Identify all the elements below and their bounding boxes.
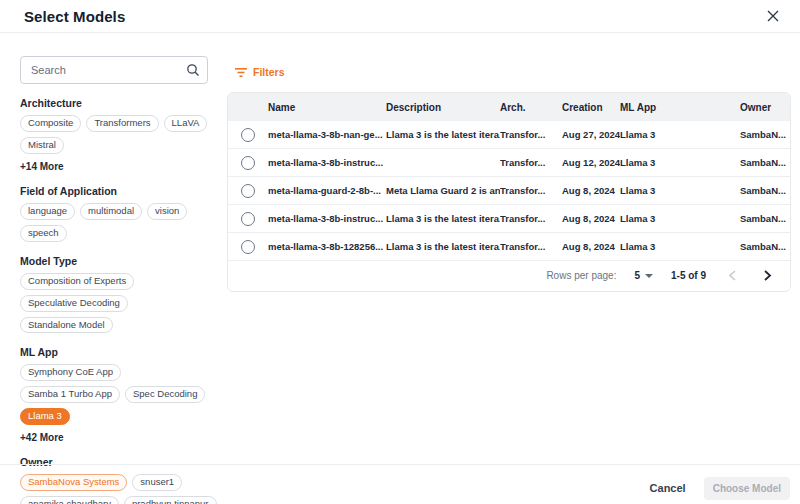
filters-button-label: Filters xyxy=(253,66,285,78)
dialog-header: Select Models xyxy=(0,0,800,33)
filter-chip[interactable]: LLaVA xyxy=(164,115,208,132)
next-page-button[interactable] xyxy=(759,268,776,283)
column-header-creation: Creation xyxy=(562,102,620,113)
column-header-description: Description xyxy=(386,102,500,113)
model-arch: Transfor... xyxy=(500,157,562,168)
filter-chip[interactable]: vision xyxy=(147,203,187,220)
chip-group: Composition of Experts Speculative Decod… xyxy=(20,273,222,334)
filter-chip[interactable]: Speculative Decoding xyxy=(20,295,128,312)
filter-chip[interactable]: language xyxy=(20,203,75,220)
filter-chip[interactable]: anamika.chaudhary xyxy=(20,496,119,504)
filter-chip[interactable]: Symphony CoE App xyxy=(20,364,121,381)
model-name: meta-llama-3-8b-instruc... xyxy=(268,157,386,168)
filters-button[interactable]: Filters xyxy=(231,64,289,80)
model-description: Meta Llama Guard 2 is an ... xyxy=(386,185,500,196)
filter-section-model-type: Model Type Composition of Experts Specul… xyxy=(20,255,222,334)
column-header-arch: Arch. xyxy=(500,102,562,113)
model-arch: Transfor... xyxy=(500,185,562,196)
chip-group: Symphony CoE App Samba 1 Turbo App Spec … xyxy=(20,364,222,425)
search-box xyxy=(20,56,208,84)
model-ml-app: Llama 3 xyxy=(620,129,740,140)
section-title: Owner xyxy=(20,456,222,468)
filter-chip[interactable]: snuser1 xyxy=(132,474,182,491)
model-radio[interactable] xyxy=(241,156,255,170)
model-owner: SambaN... xyxy=(740,157,790,168)
model-radio[interactable] xyxy=(241,240,255,254)
filter-chip-selected[interactable]: Llama 3 xyxy=(20,408,70,425)
table-body: meta-llama-3-8b-nan-ge... Llama 3 is the… xyxy=(228,121,790,261)
table-row[interactable]: meta-llama-3-8b-128256... Llama 3 is the… xyxy=(228,233,790,261)
model-description: Llama 3 is the latest itera... xyxy=(386,129,500,140)
rows-per-page-select[interactable]: 5 xyxy=(634,270,653,281)
model-owner: SambaN... xyxy=(740,241,790,252)
filter-list-icon xyxy=(235,67,248,78)
filter-chip[interactable]: pradhyun.tinnanur xyxy=(124,496,217,504)
model-name: meta-llama-3-8b-instruc... xyxy=(268,213,386,224)
column-header-owner: Owner xyxy=(740,102,790,113)
chevron-left-icon xyxy=(728,270,737,281)
table-pagination: Rows per page: 5 1-5 of 9 xyxy=(228,261,790,290)
column-header-ml-app: ML App xyxy=(620,102,740,113)
model-name: meta-llama-guard-2-8b-... xyxy=(268,185,386,196)
filter-chip[interactable]: Standalone Model xyxy=(20,317,113,334)
filter-section-ml-app: ML App Symphony CoE App Samba 1 Turbo Ap… xyxy=(20,346,222,443)
caret-down-icon xyxy=(645,274,653,278)
table-row[interactable]: meta-llama-3-8b-instruc... Llama 3 is th… xyxy=(228,205,790,233)
model-radio[interactable] xyxy=(241,128,255,142)
filter-chip[interactable]: Spec Decoding xyxy=(125,386,205,403)
model-ml-app: Llama 3 xyxy=(620,157,740,168)
model-creation: Aug 27, 2024 xyxy=(562,129,620,140)
model-creation: Aug 8, 2024 xyxy=(562,185,620,196)
model-radio[interactable] xyxy=(241,212,255,226)
section-title: ML App xyxy=(20,346,222,358)
table-row[interactable]: meta-llama-guard-2-8b-... Meta Llama Gua… xyxy=(228,177,790,205)
filter-chip[interactable]: Samba 1 Turbo App xyxy=(20,386,120,403)
model-owner: SambaN... xyxy=(740,129,790,140)
filter-sidebar: Architecture Composite Transformers LLaV… xyxy=(20,56,222,504)
chip-group: language multimodal vision speech xyxy=(20,203,222,242)
table-row[interactable]: meta-llama-3-8b-instruc... Transfor... A… xyxy=(228,149,790,177)
cancel-button[interactable]: Cancel xyxy=(638,476,698,500)
model-owner: SambaN... xyxy=(740,185,790,196)
filter-chip[interactable]: multimodal xyxy=(80,203,142,220)
model-name: meta-llama-3-8b-nan-ge... xyxy=(268,129,386,140)
chevron-right-icon xyxy=(763,270,772,281)
chip-group: Composite Transformers LLaVA Mistral xyxy=(20,115,222,154)
model-creation: Aug 8, 2024 xyxy=(562,241,620,252)
model-ml-app: Llama 3 xyxy=(620,185,740,196)
model-creation: Aug 12, 2024 xyxy=(562,157,620,168)
rows-per-page-value: 5 xyxy=(634,270,640,281)
model-arch: Transfor... xyxy=(500,213,562,224)
search-input[interactable] xyxy=(20,56,208,84)
model-description: Llama 3 is the latest itera... xyxy=(386,241,500,252)
filter-chip[interactable]: Mistral xyxy=(20,137,64,154)
model-ml-app: Llama 3 xyxy=(620,213,740,224)
filter-chip[interactable]: speech xyxy=(20,225,67,242)
section-title: Architecture xyxy=(20,97,222,109)
filter-chip[interactable]: Composition of Experts xyxy=(20,273,134,290)
section-title: Field of Application xyxy=(20,185,222,197)
model-radio[interactable] xyxy=(241,184,255,198)
filter-chip[interactable]: Transformers xyxy=(86,115,158,132)
filter-chip-selected[interactable]: SambaNova Systems xyxy=(20,474,127,491)
model-arch: Transfor... xyxy=(500,129,562,140)
filter-section-field-of-application: Field of Application language multimodal… xyxy=(20,185,222,242)
select-models-dialog: Select Models Architecture Composite Tra… xyxy=(0,0,800,504)
choose-model-button[interactable]: Choose Model xyxy=(704,477,790,500)
table-row[interactable]: meta-llama-3-8b-nan-ge... Llama 3 is the… xyxy=(228,121,790,149)
models-table: Name Description Arch. Creation ML App O… xyxy=(227,92,791,292)
previous-page-button[interactable] xyxy=(724,268,741,283)
page-range-label: 1-5 of 9 xyxy=(671,270,706,281)
show-more-link[interactable]: +42 More xyxy=(20,432,222,443)
section-title: Model Type xyxy=(20,255,222,267)
show-more-link[interactable]: +14 More xyxy=(20,161,222,172)
column-header-name: Name xyxy=(268,102,386,113)
close-button[interactable] xyxy=(762,6,784,28)
model-name: meta-llama-3-8b-128256... xyxy=(268,241,386,252)
filter-section-architecture: Architecture Composite Transformers LLaV… xyxy=(20,97,222,172)
rows-per-page-label: Rows per page: xyxy=(546,270,616,281)
filter-chip[interactable]: Composite xyxy=(20,115,81,132)
table-header-row: Name Description Arch. Creation ML App O… xyxy=(228,93,790,121)
model-owner: SambaN... xyxy=(740,213,790,224)
page-title: Select Models xyxy=(24,8,125,25)
